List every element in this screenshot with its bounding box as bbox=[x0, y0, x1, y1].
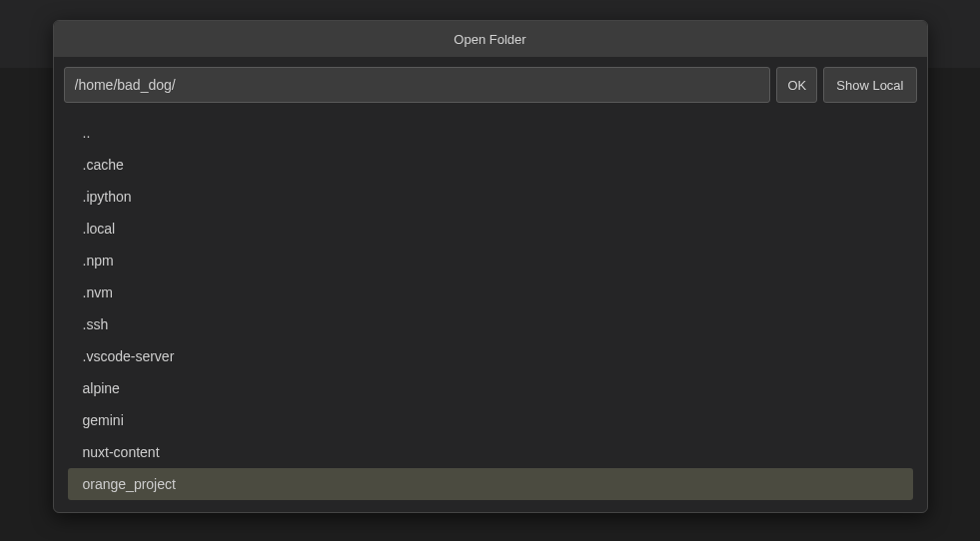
folder-list-item[interactable]: .cache bbox=[68, 149, 913, 181]
dialog-title-bar: Open Folder bbox=[54, 21, 927, 57]
folder-list-item[interactable]: .ssh bbox=[68, 308, 913, 340]
show-local-button[interactable]: Show Local bbox=[823, 67, 916, 103]
open-folder-dialog: Open Folder OK Show Local ...cache.ipyth… bbox=[53, 20, 928, 513]
folder-list-item[interactable]: .ipython bbox=[68, 181, 913, 213]
folder-list-item[interactable]: .vscode-server bbox=[68, 340, 913, 372]
folder-list-item[interactable]: alpine bbox=[68, 372, 913, 404]
folder-list: ...cache.ipython.local.npm.nvm.ssh.vscod… bbox=[64, 111, 917, 506]
ok-button[interactable]: OK bbox=[776, 67, 817, 103]
folder-path-input[interactable] bbox=[64, 67, 771, 103]
folder-list-item[interactable]: .npm bbox=[68, 245, 913, 276]
folder-list-item[interactable]: .. bbox=[68, 117, 913, 149]
path-input-row: OK Show Local bbox=[64, 67, 917, 103]
folder-list-item[interactable]: orange_project bbox=[68, 468, 913, 500]
folder-list-item[interactable]: .nvm bbox=[68, 276, 913, 308]
dialog-title: Open Folder bbox=[454, 32, 525, 47]
folder-list-item[interactable]: gemini bbox=[68, 404, 913, 436]
folder-list-item[interactable]: .local bbox=[68, 213, 913, 245]
folder-list-item[interactable]: nuxt-content bbox=[68, 436, 913, 468]
dialog-body: OK Show Local ...cache.ipython.local.npm… bbox=[54, 57, 927, 512]
